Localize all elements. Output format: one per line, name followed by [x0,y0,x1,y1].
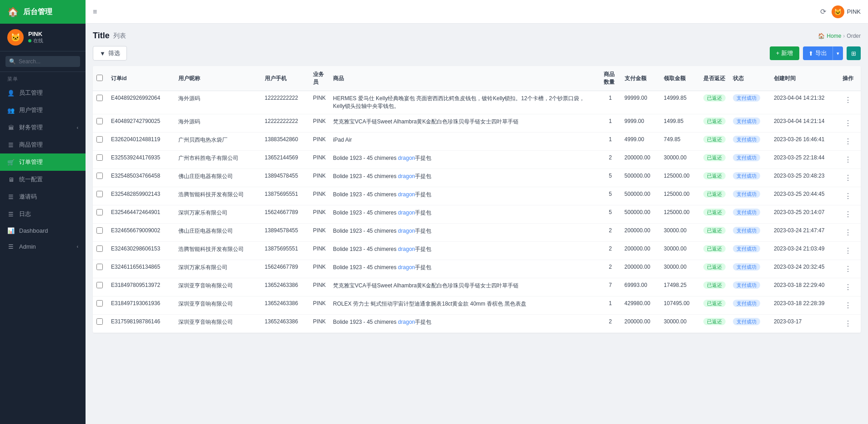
sidebar-item-finance[interactable]: 🏛 财务管理 ‹ [0,119,86,136]
sidebar-item-config[interactable]: 🖥 统一配置 [0,171,86,188]
cell-returned: 已返还 [700,91,729,114]
row-action-button-4[interactable]: ⋮ [843,173,853,183]
row-checkbox-1[interactable] [96,118,103,124]
sidebar-item-orders[interactable]: 🛒 订单管理 [0,153,86,171]
cell-pay-amount: 500000.00 [621,169,660,187]
new-button[interactable]: + 新增 [770,46,799,60]
filter-button[interactable]: ▼ 筛选 [93,46,127,61]
cell-user-name: 深圳亚亨音响有限公司 [175,314,261,332]
cell-salesman: PINK [309,260,329,278]
cell-status: 支付成功 [729,132,770,150]
row-checkbox-7[interactable] [96,227,103,234]
config-icon: 🖥 [7,176,15,183]
cell-user-name: 佛山庄臣电器有限公司 [175,223,261,241]
cell-action: ⋮ [839,91,861,114]
table-row: E325482859902143 浩腾智能科技开发有限公司 1387569555… [93,187,861,205]
cell-user-name: 深圳亚亨音响有限公司 [175,278,261,296]
sidebar-item-dashboard[interactable]: 📊 Dashboard [0,223,86,239]
cell-product: Bolide 1923 - 45 chimeres dragon手提包 [329,241,600,260]
cell-product: 梵克雅宝VCA手链Sweet Alhambra黄K金配白色珍珠贝母手链女士四叶草… [329,278,600,296]
cell-user-name: 广州贝西电热水袋厂 [175,132,261,150]
topbar-user[interactable]: 🐱 PINK [832,5,861,18]
sidebar-item-users[interactable]: 👥 用户管理 [0,102,86,119]
cell-action: ⋮ [839,187,861,205]
sidebar-item-label: 统一配置 [19,175,43,184]
orders-icon: 🛒 [7,159,15,166]
row-action-button-12[interactable]: ⋮ [843,318,853,329]
logs-icon: ☰ [7,211,15,218]
cell-salesman: PINK [309,205,329,223]
table-row: E324630298606153 浩腾智能科技开发有限公司 1387569555… [93,241,861,260]
row-action-button-11[interactable]: ⋮ [843,300,853,311]
cell-receive-amount: 30000.00 [660,314,699,332]
topbar-avatar: 🐱 [832,5,844,18]
export-dropdown-button[interactable]: ▾ [833,46,843,60]
columns-button[interactable]: ⊞ [847,46,861,60]
row-checkbox-0[interactable] [96,95,103,101]
row-checkbox-11[interactable] [96,300,103,307]
row-action-button-7[interactable]: ⋮ [843,227,853,238]
sidebar-item-label: 用户管理 [19,106,43,114]
row-action-button-2[interactable]: ⋮ [843,136,853,147]
cell-pay-amount: 200000.00 [621,260,660,278]
cell-phone: 13652463386 [261,296,309,314]
row-action-button-9[interactable]: ⋮ [843,264,853,274]
row-checkbox-4[interactable] [96,173,103,179]
cell-order-id: E325482859902143 [107,187,175,205]
sidebar-item-admin[interactable]: ☰ Admin ‹ [0,239,86,255]
cell-phone: 12222222222 [261,91,309,114]
row-action-button-10[interactable]: ⋮ [843,282,853,292]
cell-created-at: 2023-03-25 20:14:07 [770,205,839,223]
cell-user-name: 广州市科胜电子有限公司 [175,150,261,169]
search-input[interactable] [19,58,76,65]
cell-product: HERMES 爱马仕 Kelly经典晚宴包 亮面密西西比鳄鱼皮钱包，镀铃Kell… [329,91,600,114]
cell-quantity: 7 [600,278,621,296]
col-pay-amount: 支付金额 [621,66,660,91]
cell-salesman: PINK [309,223,329,241]
staff-icon: 👤 [7,90,15,97]
cell-returned: 已返还 [700,150,729,169]
cell-created-at: 2023-03-25 20:48:23 [770,169,839,187]
cell-salesman: PINK [309,278,329,296]
row-checkbox-9[interactable] [96,264,103,270]
row-action-button-0[interactable]: ⋮ [843,95,853,105]
cell-order-id: E324656679009002 [107,223,175,241]
sidebar-item-invite[interactable]: ☰ 邀请码 [0,188,86,205]
row-action-button-1[interactable]: ⋮ [843,118,853,128]
select-all-checkbox[interactable] [96,75,103,81]
cell-pay-amount: 9999.00 [621,114,660,132]
sidebar-item-logs[interactable]: ☰ 日志 [0,205,86,223]
cell-pay-amount: 500000.00 [621,187,660,205]
col-order-id: 订单id [107,66,175,91]
breadcrumb-home-link[interactable]: Home [827,33,841,39]
row-action-button-5[interactable]: ⋮ [843,191,853,201]
sidebar-item-label: Admin [19,243,36,250]
cell-quantity: 5 [600,187,621,205]
row-action-button-3[interactable]: ⋮ [843,154,853,165]
row-checkbox-12[interactable] [96,318,103,325]
cell-user-name: 浩腾智能科技开发有限公司 [175,187,261,205]
cell-phone: 13875695551 [261,241,309,260]
row-action-button-6[interactable]: ⋮ [843,209,853,220]
cell-user-name: 深圳亚亨音响有限公司 [175,296,261,314]
cell-pay-amount: 200000.00 [621,241,660,260]
cell-product: Bolide 1923 - 45 chimeres dragon手提包 [329,260,600,278]
cell-pay-amount: 4999.00 [621,132,660,150]
row-checkbox-3[interactable] [96,154,103,161]
topbar-menu-icon[interactable]: ≡ [93,8,97,16]
row-checkbox-5[interactable] [96,191,103,197]
admin-icon: ☰ [7,243,15,250]
export-button[interactable]: ⬆ 导出 [803,46,833,60]
row-checkbox-6[interactable] [96,209,103,215]
cell-phone: 13652144569 [261,150,309,169]
cell-action: ⋮ [839,314,861,332]
sidebar-item-staff[interactable]: 👤 员工管理 [0,84,86,102]
table-row: E325485034766458 佛山庄臣电器有限公司 13894578455 … [93,169,861,187]
row-checkbox-10[interactable] [96,282,103,288]
sidebar-item-products[interactable]: ☰ 商品管理 [0,136,86,153]
row-checkbox-8[interactable] [96,245,103,252]
row-checkbox-2[interactable] [96,136,103,143]
refresh-icon[interactable]: ⟳ [820,7,826,16]
cell-quantity: 1 [600,114,621,132]
row-action-button-8[interactable]: ⋮ [843,245,853,256]
